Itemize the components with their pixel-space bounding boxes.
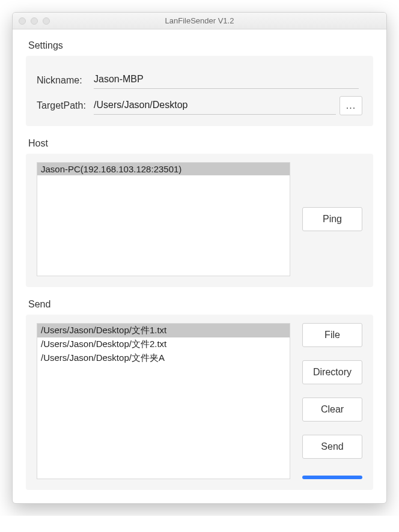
- ping-button[interactable]: Ping: [302, 207, 362, 231]
- app-window: LanFileSender V1.2 Settings Nickname: Ta…: [12, 12, 387, 504]
- nickname-label: Nickname:: [37, 75, 94, 86]
- send-progress: [302, 476, 362, 479]
- send-list-item[interactable]: /Users/Jason/Desktop/文件夹A: [37, 351, 290, 365]
- window-title: LanFileSender V1.2: [13, 16, 386, 25]
- targetpath-input[interactable]: [94, 97, 336, 115]
- host-list-item[interactable]: Jason-PC(192.168.103.128:23501): [37, 163, 290, 175]
- directory-button[interactable]: Directory: [302, 360, 362, 384]
- send-list-item[interactable]: /Users/Jason/Desktop/文件1.txt: [37, 324, 290, 337]
- titlebar: LanFileSender V1.2: [13, 13, 386, 29]
- send-button[interactable]: Send: [302, 435, 362, 459]
- host-heading: Host: [28, 138, 373, 149]
- host-buttons: Ping: [302, 162, 362, 276]
- send-panel: /Users/Jason/Desktop/文件1.txt/Users/Jason…: [26, 315, 373, 490]
- send-heading: Send: [28, 299, 373, 310]
- send-progress-bar: [302, 476, 362, 479]
- minimize-icon[interactable]: [31, 17, 38, 25]
- send-list[interactable]: /Users/Jason/Desktop/文件1.txt/Users/Jason…: [37, 323, 290, 479]
- targetpath-row: TargetPath: ...: [37, 96, 362, 115]
- window-controls: [19, 17, 50, 25]
- host-list[interactable]: Jason-PC(192.168.103.128:23501): [37, 162, 290, 276]
- file-button[interactable]: File: [302, 323, 362, 347]
- settings-panel: Nickname: TargetPath: ...: [26, 56, 373, 126]
- close-icon[interactable]: [19, 17, 26, 25]
- nickname-input[interactable]: [94, 71, 359, 89]
- nickname-row: Nickname:: [37, 71, 362, 89]
- browse-button[interactable]: ...: [340, 96, 362, 115]
- window-content: Settings Nickname: TargetPath: ... Host …: [13, 29, 386, 503]
- send-list-item[interactable]: /Users/Jason/Desktop/文件2.txt: [37, 337, 290, 351]
- clear-button[interactable]: Clear: [302, 397, 362, 422]
- host-panel: Jason-PC(192.168.103.128:23501) Ping: [26, 154, 373, 287]
- targetpath-label: TargetPath:: [37, 100, 94, 111]
- send-buttons: File Directory Clear Send: [302, 323, 362, 479]
- settings-heading: Settings: [28, 40, 373, 51]
- zoom-icon[interactable]: [43, 17, 50, 25]
